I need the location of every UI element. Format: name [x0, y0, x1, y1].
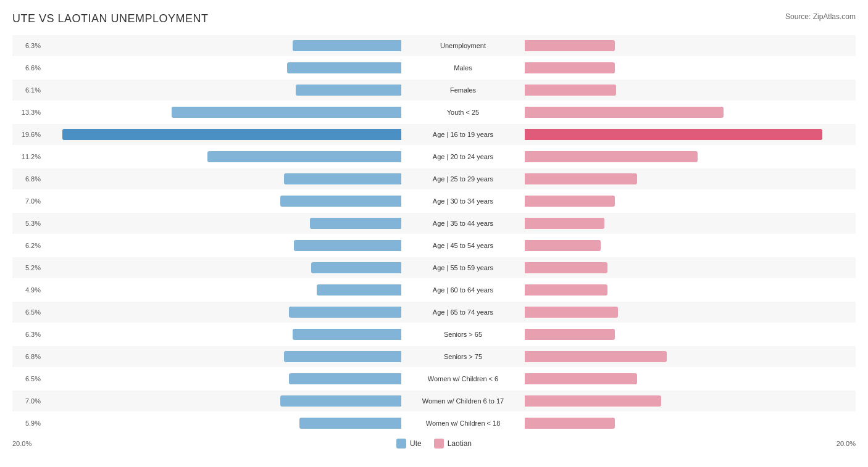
row-label: Age | 25 to 29 years: [401, 175, 525, 183]
right-bar: [525, 329, 615, 340]
left-bar-area: [43, 307, 401, 318]
right-bar: [525, 418, 615, 429]
right-bar-area: [525, 284, 868, 295]
left-bar-area: [43, 218, 401, 229]
right-bar-area: [525, 329, 868, 340]
left-value: 6.8%: [12, 175, 43, 183]
chart-row: 7.0% Age | 30 to 34 years 5.2%: [12, 191, 856, 212]
chart-row: 6.5% Women w/ Children < 6 6.5%: [12, 368, 856, 389]
chart-row: 6.8% Age | 25 to 29 years 6.5%: [12, 168, 856, 189]
right-bar-area: [525, 218, 868, 229]
left-bar: [310, 218, 401, 229]
right-bar: [525, 262, 607, 273]
legend-ute: Ute: [396, 439, 422, 448]
legend-laotian: Laotian: [434, 439, 472, 448]
left-bar: [289, 307, 401, 318]
right-bar-area: [525, 151, 868, 162]
row-label: Youth < 25: [401, 109, 525, 116]
left-bar-area: [43, 351, 401, 362]
chart-row: 4.9% Age | 60 to 64 years 4.8%: [12, 279, 856, 300]
chart-row: 6.2% Age | 45 to 54 years 4.4%: [12, 235, 856, 256]
chart-body: 6.3% Unemployment 5.2% 6.6% Males 5.2% 6…: [12, 35, 856, 434]
ute-label: Ute: [410, 439, 422, 448]
chart-row: 13.3% Youth < 25 11.5%: [12, 102, 856, 123]
left-bar: [280, 196, 401, 207]
laotian-label: Laotian: [448, 439, 472, 448]
chart-row: 6.3% Seniors > 65 5.2%: [12, 324, 856, 345]
row-label: Age | 45 to 54 years: [401, 242, 525, 249]
left-bar: [207, 151, 401, 162]
right-bar: [525, 240, 601, 251]
right-bar: [525, 284, 607, 295]
right-bar-area: [525, 307, 868, 318]
left-value: 5.9%: [12, 419, 43, 427]
left-value: 6.5%: [12, 308, 43, 316]
left-value: 6.6%: [12, 64, 43, 72]
right-bar: [525, 62, 615, 73]
left-bar: [293, 329, 401, 340]
left-bar-area: [43, 173, 401, 184]
left-bar: [294, 240, 401, 251]
laotian-color-box: [434, 439, 444, 448]
right-bar-area: [525, 85, 868, 96]
left-bar-area: [43, 373, 401, 384]
left-value: 11.2%: [12, 153, 43, 160]
right-bar-area: [525, 129, 868, 140]
left-bar-area: [43, 107, 401, 118]
left-bar: [317, 284, 401, 295]
chart-row: 5.3% Age | 35 to 44 years 4.6%: [12, 213, 856, 234]
left-bar: [299, 418, 401, 429]
row-label: Seniors > 75: [401, 353, 525, 360]
left-value: 6.3%: [12, 331, 43, 338]
right-bar: [525, 351, 667, 362]
right-bar: [525, 307, 618, 318]
chart-footer: 20.0% Ute Laotian 20.0%: [12, 439, 856, 448]
left-bar-area: [43, 129, 401, 140]
left-bar: [62, 129, 401, 140]
row-label: Age | 20 to 24 years: [401, 153, 525, 160]
right-bar-area: [525, 62, 868, 73]
left-value: 6.8%: [12, 353, 43, 360]
right-bar: [525, 395, 661, 407]
chart-row: 6.6% Males 5.2%: [12, 57, 856, 78]
left-value: 7.0%: [12, 397, 43, 405]
right-bar-area: [525, 373, 868, 384]
right-bar: [525, 107, 724, 118]
legend: Ute Laotian: [396, 439, 472, 448]
left-bar-area: [43, 418, 401, 429]
row-label: Age | 65 to 74 years: [401, 308, 525, 316]
right-bar-area: [525, 107, 868, 118]
left-bar-area: [43, 329, 401, 340]
left-value: 6.1%: [12, 86, 43, 94]
left-bar: [284, 351, 401, 362]
row-label: Women w/ Children < 6: [401, 375, 525, 382]
row-label: Females: [401, 86, 525, 94]
chart-row: 19.6% Age | 16 to 19 years 17.2%: [12, 124, 856, 145]
row-label: Age | 30 to 34 years: [401, 197, 525, 205]
chart-row: 7.0% Women w/ Children 6 to 17 7.9%: [12, 391, 856, 411]
chart-container: UTE VS LAOTIAN UNEMPLOYMENT Source: ZipA…: [12, 12, 856, 448]
chart-row: 5.9% Women w/ Children < 18 5.2%: [12, 413, 856, 434]
right-bar: [525, 196, 615, 207]
left-bar-area: [43, 151, 401, 162]
chart-row: 5.2% Age | 55 to 59 years 4.8%: [12, 257, 856, 278]
left-bar: [287, 62, 401, 73]
left-value: 6.3%: [12, 42, 43, 49]
row-label: Age | 35 to 44 years: [401, 220, 525, 227]
row-label: Age | 16 to 19 years: [401, 131, 525, 138]
left-value: 7.0%: [12, 197, 43, 205]
chart-row: 6.1% Females 5.3%: [12, 80, 856, 101]
left-bar: [311, 262, 401, 273]
left-value: 19.6%: [12, 131, 43, 138]
row-label: Women w/ Children < 18: [401, 419, 525, 427]
scale-right: 20.0%: [472, 440, 856, 447]
chart-title: UTE VS LAOTIAN UNEMPLOYMENT: [12, 12, 209, 25]
left-bar: [172, 107, 401, 118]
left-bar: [284, 173, 401, 184]
left-value: 5.3%: [12, 220, 43, 227]
right-bar-area: [525, 196, 868, 207]
left-bar-area: [43, 262, 401, 273]
left-value: 4.9%: [12, 286, 43, 294]
left-bar-area: [43, 85, 401, 96]
chart-row: 6.8% Seniors > 75 8.2%: [12, 346, 856, 367]
